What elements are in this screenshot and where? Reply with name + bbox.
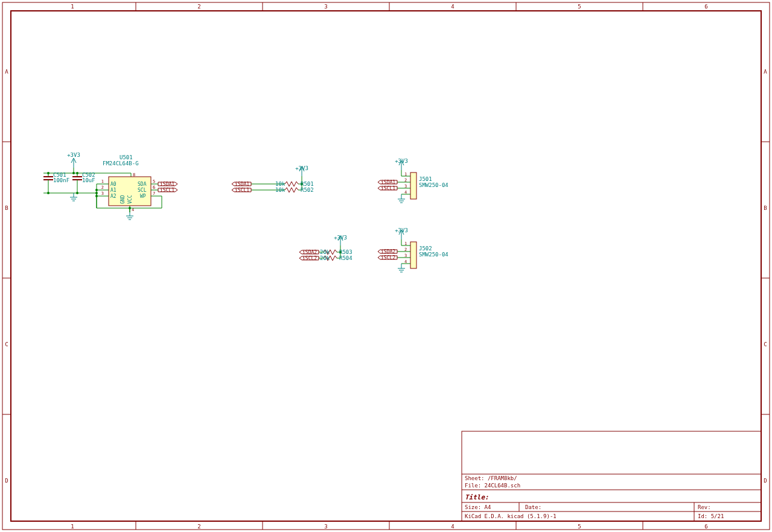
power-3v3-r2: +3V3 <box>334 235 347 245</box>
svg-text:SCL: SCL <box>138 188 147 193</box>
svg-point-57 <box>76 192 78 194</box>
svg-text:+3V3: +3V3 <box>395 158 408 164</box>
svg-text:SMW250-04: SMW250-04 <box>419 182 448 188</box>
svg-text:A2: A2 <box>110 194 116 199</box>
pullups-i2c2: +3V3 R503 20k R504 20k iSDA2 iSCL2 <box>299 235 353 261</box>
net-isda2-r: iSDA2 <box>299 250 319 255</box>
svg-text:1: 1 <box>404 172 407 177</box>
svg-text:2: 2 <box>197 524 200 530</box>
svg-text:+3V3: +3V3 <box>67 152 80 158</box>
svg-text:7: 7 <box>153 191 155 196</box>
svg-text:C: C <box>5 341 8 347</box>
svg-text:SDA: SDA <box>138 182 147 187</box>
svg-rect-0 <box>2 2 770 530</box>
svg-text:iSDA1: iSDA1 <box>160 182 174 187</box>
svg-text:iSCL1: iSCL1 <box>160 188 174 193</box>
gnd-j502 <box>398 264 405 272</box>
svg-text:+3V3: +3V3 <box>395 227 408 233</box>
svg-point-106 <box>95 195 98 197</box>
svg-rect-131 <box>410 173 416 199</box>
svg-text:iSCL2: iSCL2 <box>381 255 395 261</box>
svg-text:A0: A0 <box>110 182 116 187</box>
svg-text:A1: A1 <box>110 188 116 193</box>
svg-point-105 <box>95 189 98 191</box>
svg-point-56 <box>47 192 49 194</box>
svg-text:D: D <box>764 478 767 484</box>
svg-text:FM24CL64B-G: FM24CL64B-G <box>103 160 139 166</box>
net-iscl1-r: iSCL1 <box>232 188 251 193</box>
conn-j501: +3V3 J501 SMW250-04 1 2 3 4 iSDA1 iSCL1 <box>378 158 448 203</box>
svg-rect-169 <box>410 242 416 268</box>
svg-text:3: 3 <box>404 253 407 258</box>
svg-text:iSDA2: iSDA2 <box>302 250 317 255</box>
svg-text:10uF: 10uF <box>82 177 95 183</box>
net-iscl1-j: iSCL1 <box>378 186 397 191</box>
net-isda1-u501: iSDA1 <box>158 182 177 187</box>
svg-text:SMW250-04: SMW250-04 <box>419 252 448 258</box>
svg-text:3: 3 <box>404 184 407 189</box>
power-3v3-j502: +3V3 <box>395 227 408 239</box>
svg-text:J501: J501 <box>419 176 432 182</box>
svg-text:File: 24CL64B.sch: File: 24CL64B.sch <box>465 483 520 489</box>
svg-text:D: D <box>5 478 8 484</box>
res-r503: R503 20k <box>319 249 353 255</box>
svg-point-58 <box>47 172 49 174</box>
svg-text:B: B <box>764 205 767 211</box>
svg-text:J502: J502 <box>419 245 432 252</box>
gnd-symbol <box>70 193 77 201</box>
net-iscl1-u501: iSCL1 <box>158 188 177 193</box>
svg-text:KiCad E.D.A.  kicad (5.1.9)-1: KiCad E.D.A. kicad (5.1.9)-1 <box>465 513 557 519</box>
res-r502: R502 10k <box>251 187 314 193</box>
svg-point-104 <box>95 192 98 194</box>
svg-text:6: 6 <box>704 4 707 10</box>
power-3v3-r1: +3V3 <box>295 165 308 176</box>
svg-text:R501: R501 <box>301 181 314 187</box>
svg-text:+3V3: +3V3 <box>334 235 347 241</box>
svg-text:Size: A4: Size: A4 <box>465 504 491 510</box>
ruler-horizontal: 1 2 3 4 5 6 1 2 3 4 5 6 <box>71 2 707 530</box>
svg-text:10k: 10k <box>275 187 286 193</box>
svg-text:3: 3 <box>324 524 327 530</box>
svg-text:Title:: Title: <box>465 493 489 501</box>
svg-text:1: 1 <box>404 241 407 246</box>
svg-text:8: 8 <box>133 173 135 177</box>
svg-text:U501: U501 <box>120 154 133 160</box>
net-iscl2-r: iSCL2 <box>299 256 319 261</box>
ic-u501: U501 FM24CL64B-G 1 A0 2 A1 3 A2 4 GND 8 … <box>95 154 177 220</box>
power-3v3-j501: +3V3 <box>395 158 408 170</box>
svg-text:5: 5 <box>153 179 155 184</box>
svg-text:4: 4 <box>404 259 407 264</box>
svg-text:6: 6 <box>153 185 155 190</box>
svg-text:iSDA2: iSDA2 <box>381 249 395 255</box>
svg-text:C: C <box>764 341 767 347</box>
conn-j502: +3V3 J502 SMW250-04 1 2 3 4 iSDA2 iSCL2 <box>378 227 448 272</box>
net-isda2-j: iSDA2 <box>378 249 397 255</box>
svg-text:iSCL1: iSCL1 <box>381 186 395 191</box>
svg-text:+3V3: +3V3 <box>295 165 308 171</box>
svg-text:5: 5 <box>578 4 581 10</box>
svg-text:6: 6 <box>704 524 707 530</box>
svg-point-42 <box>72 172 75 174</box>
schematic-sheet: 1 2 3 4 5 6 1 2 3 4 5 6 A B C D A B C D <box>0 0 772 532</box>
ruler-vertical: A B C D A B C D <box>2 69 770 484</box>
svg-text:1: 1 <box>101 179 104 184</box>
svg-text:4: 4 <box>451 4 454 10</box>
gnd-j501 <box>398 194 405 203</box>
pullups-i2c1: +3V3 R501 10k R502 10k iSDA1 iSCL1 <box>232 165 314 193</box>
svg-text:100nF: 100nF <box>53 177 69 183</box>
svg-text:1: 1 <box>71 4 74 10</box>
svg-text:Sheet: /FRAM8kb/: Sheet: /FRAM8kb/ <box>465 475 517 481</box>
net-iscl2-j: iSCL2 <box>378 255 397 261</box>
svg-text:A: A <box>764 69 767 75</box>
svg-text:iSDA1: iSDA1 <box>381 180 395 185</box>
cap-c502: C502 10uF <box>72 172 95 193</box>
svg-text:R503: R503 <box>339 249 353 255</box>
net-isda1-r: iSDA1 <box>232 182 251 187</box>
svg-text:3: 3 <box>101 191 104 196</box>
svg-text:iSCL1: iSCL1 <box>235 188 249 193</box>
res-r501: R501 10k <box>251 181 314 187</box>
svg-text:iSCL2: iSCL2 <box>302 256 317 261</box>
svg-text:GND: GND <box>120 195 126 204</box>
svg-text:4: 4 <box>404 190 407 195</box>
svg-text:3: 3 <box>324 4 327 10</box>
